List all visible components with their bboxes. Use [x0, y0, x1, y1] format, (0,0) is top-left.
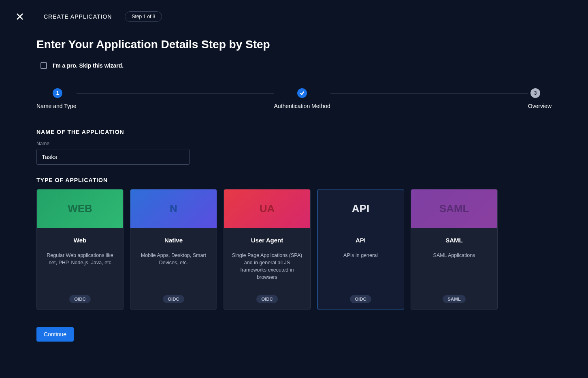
card-description: APIs in general [343, 252, 378, 295]
card-description: Mobile Apps, Desktop, Smart Devices, etc… [137, 252, 210, 295]
skip-wizard-checkbox[interactable] [40, 62, 47, 69]
card-badge: OIDC [163, 295, 184, 303]
name-field-label: Name [36, 141, 552, 147]
page-title: Enter Your Application Details Step by S… [36, 38, 552, 51]
step-line [330, 93, 528, 93]
card-title: Native [164, 237, 183, 244]
step-authentication-method[interactable]: Authentication Method [274, 88, 330, 109]
card-description: Regular Web applications like .net, PHP,… [43, 252, 117, 295]
step-bubble-2 [297, 88, 307, 98]
card-hero: N [130, 189, 217, 228]
card-hero: API [317, 189, 404, 228]
step-name-and-type[interactable]: 1 Name and Type [36, 88, 77, 109]
card-description: SAML Applications [433, 252, 475, 295]
header: CREATE APPLICATION Step 1 of 3 [0, 0, 588, 30]
type-card-api[interactable]: API API APIs in general OIDC [317, 189, 404, 310]
name-section-title: NAME OF THE APPLICATION [36, 129, 552, 135]
card-description: Single Page Applications (SPA) and in ge… [230, 252, 304, 295]
step-line [77, 93, 274, 93]
card-title: User Agent [251, 237, 283, 244]
step-bubble-3: 3 [530, 88, 540, 98]
step-label-3: Overview [528, 103, 552, 109]
card-badge: OIDC [69, 295, 91, 303]
card-hero: WEB [37, 189, 123, 228]
card-title: SAML [445, 237, 463, 244]
header-title: CREATE APPLICATION [44, 13, 112, 20]
continue-button[interactable]: Continue [36, 327, 74, 342]
card-title: API [356, 237, 366, 244]
type-section-title: TYPE OF APPLICATION [36, 177, 552, 183]
type-card-saml[interactable]: SAML SAML SAML Applications SAML [411, 189, 498, 310]
check-icon [300, 91, 305, 96]
skip-wizard-label: I'm a pro. Skip this wizard. [53, 62, 124, 69]
type-card-web[interactable]: WEB Web Regular Web applications like .n… [36, 189, 124, 310]
step-overview[interactable]: 3 Overview [528, 88, 552, 109]
step-label-1: Name and Type [36, 103, 77, 109]
type-card-user-agent[interactable]: UA User Agent Single Page Applications (… [224, 189, 311, 310]
stepper: 1 Name and Type Authentication Method 3 … [36, 88, 552, 109]
card-hero: UA [224, 189, 310, 228]
card-badge: OIDC [256, 295, 278, 303]
step-bubble-1: 1 [53, 88, 62, 98]
card-title: Web [74, 237, 86, 244]
step-indicator: Step 1 of 3 [125, 11, 162, 22]
skip-wizard-row: I'm a pro. Skip this wizard. [36, 62, 552, 69]
type-card-native[interactable]: N Native Mobile Apps, Desktop, Smart Dev… [130, 189, 217, 310]
card-badge: OIDC [350, 295, 371, 303]
application-name-input[interactable] [36, 149, 190, 165]
close-icon[interactable] [16, 13, 23, 20]
card-hero: SAML [411, 189, 497, 228]
type-cards-row: WEB Web Regular Web applications like .n… [36, 189, 552, 310]
card-badge: SAML [443, 295, 466, 303]
step-label-2: Authentication Method [274, 103, 330, 109]
